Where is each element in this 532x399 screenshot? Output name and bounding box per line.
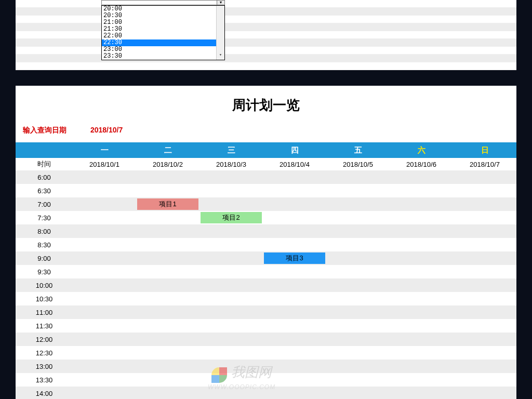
schedule-cell[interactable] [327, 388, 389, 399]
schedule-cell[interactable] [137, 334, 198, 345]
schedule-cell[interactable] [74, 320, 135, 331]
schedule-cell[interactable] [264, 374, 325, 385]
schedule-cell[interactable] [391, 171, 452, 183]
schedule-cell[interactable] [137, 252, 198, 264]
schedule-cell[interactable] [74, 388, 135, 399]
schedule-cell[interactable] [137, 225, 198, 237]
schedule-cell[interactable] [201, 185, 262, 196]
schedule-cell[interactable] [454, 252, 515, 264]
schedule-cell[interactable] [327, 334, 389, 345]
schedule-cell[interactable] [391, 361, 452, 372]
schedule-cell[interactable] [137, 212, 198, 223]
schedule-cell[interactable] [264, 388, 325, 399]
dropdown-toggle-button[interactable]: ▾ [217, 0, 225, 5]
schedule-cell[interactable] [137, 320, 198, 331]
schedule-cell[interactable] [137, 347, 198, 358]
schedule-cell[interactable] [74, 252, 135, 264]
schedule-cell[interactable] [391, 334, 452, 345]
schedule-cell[interactable] [137, 388, 198, 399]
schedule-cell[interactable] [454, 320, 515, 331]
schedule-cell[interactable] [137, 185, 198, 196]
schedule-cell[interactable] [137, 239, 198, 250]
schedule-cell[interactable] [454, 266, 515, 277]
schedule-cell[interactable] [74, 307, 135, 318]
schedule-cell[interactable] [391, 239, 452, 250]
schedule-cell[interactable] [264, 198, 325, 210]
schedule-cell[interactable] [201, 280, 262, 291]
schedule-cell[interactable] [327, 212, 389, 223]
dropdown-scrollbar[interactable]: ▾ [216, 6, 224, 60]
schedule-cell[interactable] [74, 280, 135, 291]
schedule-cell[interactable] [264, 347, 325, 358]
schedule-cell[interactable] [391, 388, 452, 399]
time-dropdown-input[interactable] [101, 0, 221, 5]
schedule-cell[interactable] [137, 293, 198, 304]
schedule-cell[interactable] [327, 320, 389, 331]
schedule-cell[interactable] [264, 280, 325, 291]
schedule-cell[interactable] [137, 266, 198, 277]
schedule-cell[interactable] [391, 266, 452, 277]
schedule-cell[interactable] [327, 266, 389, 277]
schedule-cell[interactable] [327, 198, 389, 210]
schedule-cell[interactable] [201, 374, 262, 385]
schedule-cell[interactable] [454, 171, 515, 183]
time-dropdown[interactable]: ▾ 20:0020:3021:0021:3022:0022:3023:0023:… [101, 0, 225, 8]
schedule-cell[interactable] [201, 293, 262, 304]
schedule-cell[interactable] [327, 361, 389, 372]
schedule-cell[interactable] [327, 185, 389, 196]
schedule-cell[interactable] [74, 293, 135, 304]
schedule-cell[interactable] [327, 307, 389, 318]
schedule-cell[interactable] [74, 266, 135, 277]
schedule-cell[interactable] [74, 198, 135, 210]
schedule-cell[interactable] [201, 171, 262, 183]
schedule-cell[interactable] [391, 198, 452, 210]
schedule-cell[interactable] [454, 225, 515, 237]
schedule-cell[interactable] [391, 320, 452, 331]
schedule-cell[interactable] [137, 171, 198, 183]
schedule-cell[interactable] [74, 171, 135, 183]
schedule-cell[interactable] [137, 280, 198, 291]
schedule-cell[interactable] [201, 266, 262, 277]
schedule-cell[interactable] [201, 334, 262, 345]
schedule-cell[interactable] [201, 307, 262, 318]
schedule-cell[interactable] [454, 361, 515, 372]
schedule-cell[interactable] [454, 293, 515, 304]
schedule-cell[interactable] [391, 347, 452, 358]
schedule-cell[interactable] [74, 374, 135, 385]
schedule-cell[interactable] [264, 239, 325, 250]
schedule-cell[interactable] [264, 320, 325, 331]
schedule-cell[interactable] [327, 225, 389, 237]
schedule-cell[interactable] [201, 361, 262, 372]
schedule-cell[interactable] [454, 212, 515, 223]
schedule-cell[interactable] [74, 212, 135, 223]
schedule-event[interactable]: 项目1 [137, 198, 198, 210]
schedule-cell[interactable] [454, 374, 515, 385]
schedule-cell[interactable] [264, 293, 325, 304]
schedule-cell[interactable] [327, 293, 389, 304]
schedule-cell[interactable] [327, 252, 389, 264]
schedule-cell[interactable] [391, 185, 452, 196]
schedule-cell[interactable] [264, 185, 325, 196]
schedule-cell[interactable] [391, 293, 452, 304]
query-date-value[interactable]: 2018/10/7 [90, 126, 123, 134]
schedule-cell[interactable] [264, 212, 325, 223]
schedule-cell[interactable] [201, 320, 262, 331]
schedule-cell[interactable] [264, 171, 325, 183]
schedule-cell[interactable] [201, 347, 262, 358]
schedule-cell[interactable] [201, 252, 262, 264]
schedule-cell[interactable] [201, 388, 262, 399]
schedule-cell[interactable] [391, 212, 452, 223]
schedule-cell[interactable] [454, 307, 515, 318]
schedule-cell[interactable] [201, 198, 262, 210]
schedule-cell[interactable] [391, 280, 452, 291]
schedule-cell[interactable] [74, 239, 135, 250]
schedule-cell[interactable] [454, 334, 515, 345]
schedule-cell[interactable] [74, 185, 135, 196]
schedule-cell[interactable] [74, 361, 135, 372]
schedule-cell[interactable] [327, 374, 389, 385]
schedule-cell[interactable] [201, 225, 262, 237]
schedule-cell[interactable] [454, 239, 515, 250]
schedule-cell[interactable] [454, 280, 515, 291]
schedule-cell[interactable] [327, 347, 389, 358]
schedule-cell[interactable] [454, 185, 515, 196]
